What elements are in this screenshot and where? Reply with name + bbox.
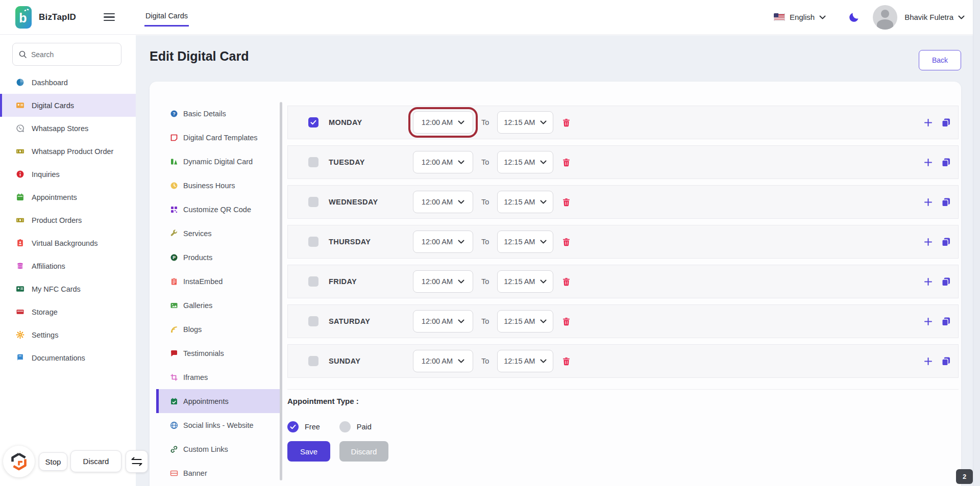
card-nav-item-blogs[interactable]: Blogs: [156, 317, 280, 341]
image-icon: [169, 301, 178, 310]
copy-slot-icon[interactable]: [941, 197, 951, 207]
add-slot-icon[interactable]: [923, 197, 933, 207]
sidebar-item-product-orders[interactable]: Product Orders: [0, 209, 136, 232]
copy-slot-icon[interactable]: [941, 356, 951, 366]
chevron-down-icon[interactable]: [819, 15, 826, 19]
from-time-value: 12:00 AM: [422, 238, 453, 246]
add-slot-icon[interactable]: [923, 237, 933, 247]
sidebar-item-virtual-backgrounds[interactable]: Virtual Backgrounds: [0, 232, 136, 254]
delete-slot-icon[interactable]: [562, 238, 570, 246]
to-time-select[interactable]: 12:15 AM: [497, 310, 553, 332]
card-nav-item-custom-links[interactable]: Custom Links: [156, 437, 280, 461]
to-time-value: 12:15 AM: [504, 357, 535, 365]
sidebar-item-whatsapp-product-order[interactable]: Whatsapp Product Order: [0, 140, 136, 163]
card-nav-item-galleries[interactable]: Galleries: [156, 293, 280, 317]
tab-digital-cards[interactable]: Digital Cards: [144, 8, 189, 27]
day-checkbox[interactable]: [308, 197, 318, 207]
add-slot-icon[interactable]: [923, 317, 933, 326]
delete-slot-icon[interactable]: [562, 158, 570, 167]
swap-arrows-icon[interactable]: [126, 450, 148, 473]
sidebar-item-appointments[interactable]: Appointments: [0, 186, 136, 209]
card-nav-item-instaembed[interactable]: InstaEmbed: [156, 269, 280, 293]
card-nav-item-social-links-website[interactable]: Social links - Website: [156, 413, 280, 437]
day-checkbox[interactable]: [308, 356, 318, 366]
from-time-select[interactable]: 12:00 AM: [413, 231, 473, 253]
from-time-select[interactable]: 12:00 AM: [413, 151, 473, 173]
card-nav-item-business-hours[interactable]: Business Hours: [156, 173, 280, 197]
day-checkbox[interactable]: [308, 276, 318, 287]
language-selector[interactable]: English: [790, 13, 815, 21]
delete-slot-icon[interactable]: [562, 118, 570, 127]
delete-slot-icon[interactable]: [562, 198, 570, 207]
user-name[interactable]: Bhavik Fuletra: [904, 13, 953, 21]
from-time-select[interactable]: 12:00 AM: [413, 111, 473, 134]
to-time-select[interactable]: 12:15 AM: [497, 111, 553, 134]
divider: [287, 389, 959, 390]
appointment-type-paid-radio[interactable]: Paid: [339, 421, 372, 432]
sidebar-item-whatsapp-stores[interactable]: Whatsapp Stores: [0, 117, 136, 140]
card-nav-item-dynamic-digital-card[interactable]: Dynamic Digital Card: [156, 149, 280, 173]
user-avatar[interactable]: [873, 5, 897, 30]
delete-slot-icon[interactable]: [562, 357, 570, 366]
card-nav-item-testimonials[interactable]: Testimonials: [156, 341, 280, 365]
to-label: To: [481, 317, 489, 325]
sidebar-item-documentations[interactable]: Documentations: [0, 346, 136, 369]
card-nav-item-services[interactable]: Services: [156, 221, 280, 245]
search-input[interactable]: [31, 50, 113, 59]
sidebar-item-storage[interactable]: Storage: [0, 300, 136, 323]
card-nav-item-banner[interactable]: Banner: [156, 461, 280, 485]
card-nav-item-label: Basic Details: [183, 110, 226, 118]
sidebar-item-my-nfc-cards[interactable]: My NFC Cards: [0, 277, 136, 300]
sidebar-item-digital-cards[interactable]: Digital Cards: [0, 94, 136, 117]
from-time-select[interactable]: 12:00 AM: [413, 270, 473, 293]
save-button[interactable]: Save: [287, 441, 330, 462]
day-checkbox[interactable]: [308, 237, 318, 247]
add-slot-icon[interactable]: [923, 356, 933, 366]
to-time-select[interactable]: 12:15 AM: [497, 231, 553, 253]
dark-mode-moon-icon[interactable]: [848, 12, 860, 23]
add-slot-icon[interactable]: [923, 277, 933, 287]
copy-slot-icon[interactable]: [941, 158, 951, 167]
sidebar-item-dashboard[interactable]: Dashboard: [0, 71, 136, 94]
hamburger-menu-icon[interactable]: [104, 13, 115, 21]
day-checkbox[interactable]: [308, 316, 318, 326]
copy-slot-icon[interactable]: [941, 317, 951, 326]
to-time-select[interactable]: 12:15 AM: [497, 151, 553, 173]
to-time-select[interactable]: 12:15 AM: [497, 191, 553, 213]
card-nav-item-customize-qr-code[interactable]: Customize QR Code: [156, 197, 280, 221]
card-nav-item-products[interactable]: PProducts: [156, 245, 280, 269]
copy-slot-icon[interactable]: [941, 277, 951, 287]
overlay-discard-button[interactable]: Discard: [70, 450, 121, 472]
sidebar-item-affiliations[interactable]: Affiliations: [0, 254, 136, 277]
card-nav-item-iframes[interactable]: Iframes: [156, 365, 280, 389]
card-nav-item-basic-details[interactable]: ?Basic Details: [156, 101, 280, 125]
to-time-select[interactable]: 12:15 AM: [497, 350, 553, 372]
day-checkbox[interactable]: [308, 157, 318, 167]
to-time-value: 12:15 AM: [504, 238, 535, 246]
delete-slot-icon[interactable]: [562, 277, 570, 286]
from-time-select[interactable]: 12:00 AM: [413, 310, 473, 332]
add-slot-icon[interactable]: [923, 158, 933, 167]
to-time-select[interactable]: 12:15 AM: [497, 270, 553, 293]
back-button[interactable]: Back: [919, 50, 961, 70]
day-checkbox[interactable]: [308, 117, 318, 127]
from-time-select[interactable]: 12:00 AM: [413, 191, 473, 213]
from-time-select[interactable]: 12:00 AM: [413, 350, 473, 372]
chevron-down-icon[interactable]: [958, 15, 965, 19]
clock-icon: [169, 182, 178, 190]
appointment-type-free-radio[interactable]: Free: [287, 421, 320, 432]
extension-logo[interactable]: [3, 446, 35, 477]
sidebar-item-settings[interactable]: Settings: [0, 323, 136, 346]
overlay-stop-button[interactable]: Stop: [39, 452, 67, 471]
card-nav-item-appointments[interactable]: Appointments: [156, 389, 280, 413]
add-slot-icon[interactable]: [923, 118, 933, 127]
card-nav-item-digital-card-templates[interactable]: Digital Card Templates: [156, 125, 280, 149]
copy-slot-icon[interactable]: [941, 118, 951, 127]
copy-slot-icon[interactable]: [941, 237, 951, 247]
discard-button[interactable]: Discard: [339, 441, 388, 462]
sidebar-item-inquiries[interactable]: Inquiries: [0, 163, 136, 186]
notification-badge[interactable]: 2: [956, 469, 973, 484]
page-scrollbar[interactable]: [973, 0, 980, 486]
card-nav-scrollbar[interactable]: [280, 102, 282, 480]
delete-slot-icon[interactable]: [562, 317, 570, 326]
